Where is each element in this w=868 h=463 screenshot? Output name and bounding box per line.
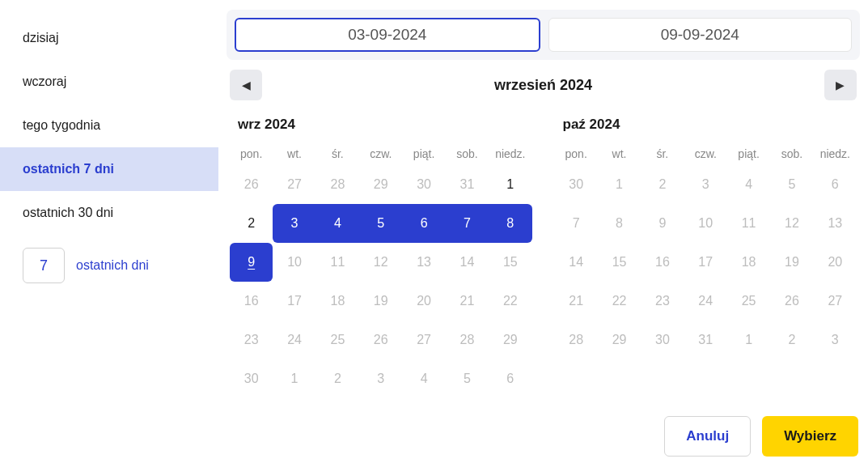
calendar-day[interactable]: 19	[770, 243, 813, 282]
calendar-left-title: wrz 2024	[230, 110, 532, 142]
calendar-day[interactable]: 1	[598, 165, 641, 204]
calendar-day[interactable]: 9	[230, 243, 273, 282]
calendar-day[interactable]: 17	[684, 243, 727, 282]
calendar-day[interactable]: 31	[684, 321, 727, 359]
calendar-day[interactable]: 26	[359, 321, 402, 359]
calendar-day[interactable]: 30	[402, 165, 445, 204]
calendar-day[interactable]: 2	[770, 321, 813, 359]
custom-days-input[interactable]	[23, 248, 65, 283]
calendar-day[interactable]: 7	[446, 204, 489, 243]
calendar-day[interactable]: 22	[489, 282, 531, 321]
preset-item[interactable]: ostatnich 30 dni	[0, 191, 218, 235]
calendar-day[interactable]: 20	[814, 243, 857, 282]
calendar-day[interactable]: 17	[273, 282, 315, 321]
calendar-day[interactable]: 29	[489, 321, 531, 359]
calendar-day[interactable]: 9	[641, 204, 684, 243]
calendar-day[interactable]: 25	[727, 282, 770, 321]
calendar-day[interactable]: 3	[684, 165, 727, 204]
calendar-day[interactable]: 28	[316, 165, 359, 204]
calendar-day[interactable]: 1	[273, 359, 315, 398]
calendar-day[interactable]: 23	[230, 321, 273, 359]
calendar-day[interactable]: 13	[402, 243, 445, 282]
calendar-day[interactable]: 14	[555, 243, 598, 282]
calendar-day[interactable]: 30	[555, 165, 598, 204]
calendar-day[interactable]: 15	[489, 243, 531, 282]
calendar-day[interactable]: 2	[230, 204, 273, 243]
calendar-day[interactable]: 12	[770, 204, 813, 243]
calendar-day[interactable]: 5	[359, 204, 402, 243]
calendar-day[interactable]: 10	[273, 243, 315, 282]
calendar-day[interactable]: 28	[555, 321, 598, 359]
calendar-day[interactable]: 1	[489, 165, 531, 204]
calendar-day[interactable]: 18	[316, 282, 359, 321]
calendar-day[interactable]: 2	[641, 165, 684, 204]
calendar-day[interactable]: 10	[684, 204, 727, 243]
calendar-day[interactable]: 30	[230, 359, 273, 398]
preset-item[interactable]: tego tygodnia	[0, 104, 218, 147]
calendar-day[interactable]: 4	[316, 204, 359, 243]
calendar-day[interactable]: 15	[598, 243, 641, 282]
preset-item[interactable]: ostatnich 7 dni	[0, 147, 218, 191]
calendar-day[interactable]: 6	[489, 359, 531, 398]
calendar-day[interactable]: 29	[359, 165, 402, 204]
calendar-day[interactable]: 2	[316, 359, 359, 398]
calendar-day[interactable]: 3	[814, 321, 857, 359]
calendar-day[interactable]: 30	[641, 321, 684, 359]
calendars-container: wrz 2024 pon.wt.śr.czw.piąt.sob.niedz. 2…	[227, 104, 860, 398]
calendar-day[interactable]: 16	[230, 282, 273, 321]
calendar-day[interactable]: 28	[446, 321, 489, 359]
calendar-day[interactable]: 13	[814, 204, 857, 243]
calendar-day[interactable]: 5	[446, 359, 489, 398]
to-date-field[interactable]: 09-09-2024	[548, 18, 853, 52]
calendar-left: wrz 2024 pon.wt.śr.czw.piąt.sob.niedz. 2…	[230, 110, 532, 398]
calendar-day[interactable]: 3	[273, 204, 315, 243]
calendar-day[interactable]: 11	[316, 243, 359, 282]
calendar-right: paź 2024 pon.wt.śr.czw.piąt.sob.niedz. 3…	[555, 110, 857, 398]
next-month-button[interactable]: ▶	[824, 70, 857, 100]
calendar-day[interactable]: 27	[273, 165, 315, 204]
calendar-day[interactable]: 12	[359, 243, 402, 282]
calendar-day[interactable]: 27	[402, 321, 445, 359]
calendar-day[interactable]: 14	[446, 243, 489, 282]
calendar-day[interactable]: 25	[316, 321, 359, 359]
calendar-day[interactable]: 8	[489, 204, 531, 243]
weekday-label: śr.	[641, 142, 684, 165]
date-inputs-row: 03-09-2024 09-09-2024	[227, 10, 860, 60]
calendar-day[interactable]: 6	[814, 165, 857, 204]
select-button[interactable]: Wybierz	[762, 416, 858, 457]
preset-item[interactable]: dzisiaj	[0, 16, 218, 60]
calendar-day[interactable]: 21	[446, 282, 489, 321]
cancel-button[interactable]: Anuluj	[664, 416, 751, 457]
calendar-day[interactable]: 19	[359, 282, 402, 321]
calendar-day[interactable]: 3	[359, 359, 402, 398]
calendar-day[interactable]: 20	[402, 282, 445, 321]
calendar-day[interactable]: 16	[641, 243, 684, 282]
month-title: wrzesień 2024	[494, 77, 592, 94]
calendar-day[interactable]: 1	[727, 321, 770, 359]
weekday-label: niedz.	[489, 142, 531, 165]
weekday-label: sob.	[446, 142, 489, 165]
calendar-day[interactable]: 18	[727, 243, 770, 282]
calendar-day[interactable]: 4	[727, 165, 770, 204]
calendar-day[interactable]: 6	[402, 204, 445, 243]
weekday-label: piąt.	[402, 142, 445, 165]
calendar-day[interactable]: 26	[230, 165, 273, 204]
calendar-day[interactable]: 8	[598, 204, 641, 243]
calendar-day[interactable]: 24	[273, 321, 315, 359]
calendar-day[interactable]: 24	[684, 282, 727, 321]
weekday-label: pon.	[230, 142, 273, 165]
calendar-day[interactable]: 23	[641, 282, 684, 321]
preset-item[interactable]: wczoraj	[0, 60, 218, 104]
calendar-day[interactable]: 31	[446, 165, 489, 204]
calendar-day[interactable]: 22	[598, 282, 641, 321]
calendar-day[interactable]: 11	[727, 204, 770, 243]
calendar-day[interactable]: 5	[770, 165, 813, 204]
calendar-day[interactable]: 4	[402, 359, 445, 398]
calendar-day[interactable]: 7	[555, 204, 598, 243]
prev-month-button[interactable]: ◀	[230, 70, 262, 100]
calendar-day[interactable]: 26	[770, 282, 813, 321]
calendar-day[interactable]: 21	[555, 282, 598, 321]
calendar-day[interactable]: 29	[598, 321, 641, 359]
from-date-field[interactable]: 03-09-2024	[235, 18, 540, 52]
calendar-day[interactable]: 27	[814, 282, 857, 321]
